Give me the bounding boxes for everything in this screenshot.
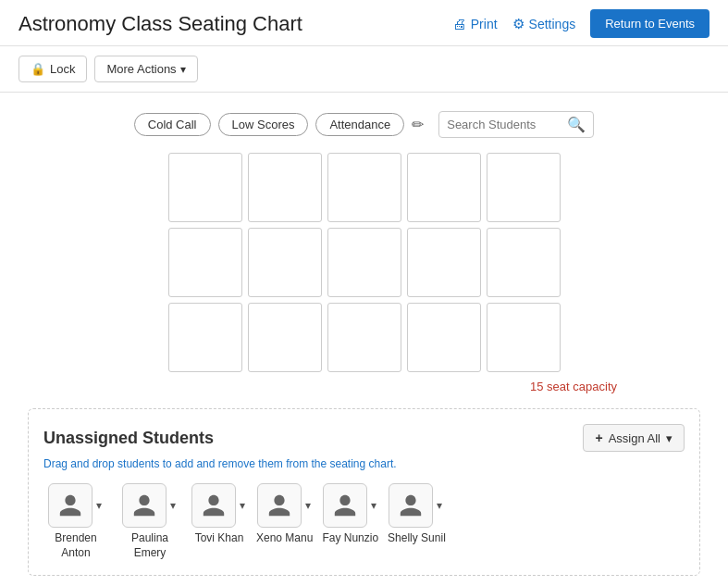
student-dropdown[interactable]: ▾ <box>94 499 104 512</box>
seat-cell[interactable] <box>168 153 242 222</box>
avatar <box>323 483 367 528</box>
student-item[interactable]: ▾Xeno Manu <box>256 483 313 546</box>
student-avatar-row: ▾ <box>191 483 247 528</box>
search-input[interactable] <box>447 118 567 131</box>
seating-grid <box>168 153 561 372</box>
seat-cell[interactable] <box>168 228 242 297</box>
seat-cell[interactable] <box>407 153 481 222</box>
avatar <box>389 483 433 528</box>
seat-cell[interactable] <box>327 228 401 297</box>
chevron-down-icon <box>180 62 186 76</box>
more-actions-label: More Actions <box>106 62 176 76</box>
filter-row: Cold Call Low Scores Attendance ✏ 🔍 <box>19 111 709 138</box>
student-avatar-row: ▾ <box>48 483 104 528</box>
unassigned-header: Unassigned Students + Assign All ▾ <box>43 424 685 452</box>
more-actions-button[interactable]: More Actions <box>94 56 197 82</box>
student-dropdown[interactable]: ▾ <box>168 499 178 512</box>
settings-link[interactable]: Settings <box>512 16 576 32</box>
capacity-label: 15 seat capacity <box>19 380 709 393</box>
seat-cell[interactable] <box>487 303 561 372</box>
seat-cell[interactable] <box>327 153 401 222</box>
seat-cell[interactable] <box>327 303 401 372</box>
student-item[interactable]: ▾Tovi Khan <box>191 483 247 546</box>
student-item[interactable]: ▾Brenden Anton <box>43 483 108 560</box>
avatar <box>257 483 302 528</box>
student-item[interactable]: ▾Fay Nunzio <box>322 483 378 546</box>
student-name: Tovi Khan <box>195 531 244 546</box>
page-title: Astronomy Class Seating Chart <box>19 12 302 36</box>
print-link[interactable]: Print <box>452 16 498 31</box>
avatar <box>122 483 167 528</box>
search-button[interactable]: 🔍 <box>567 116 586 133</box>
student-dropdown[interactable]: ▾ <box>369 499 378 512</box>
student-avatar-row: ▾ <box>323 483 378 528</box>
drag-hint: Drag and drop students to add and remove… <box>43 457 685 470</box>
student-list: ▾Brenden Anton▾Paulina Emery▾Tovi Khan▾X… <box>43 483 685 560</box>
seat-cell[interactable] <box>248 153 322 222</box>
toolbar-left: Lock More Actions <box>19 56 198 82</box>
return-to-events-button[interactable]: Return to Events <box>590 9 709 38</box>
seat-cell[interactable] <box>407 303 481 372</box>
student-avatar-row: ▾ <box>122 483 178 528</box>
assign-all-button[interactable]: + Assign All ▾ <box>583 424 685 452</box>
student-item[interactable]: ▾Shelly Sunil <box>388 483 446 546</box>
student-dropdown[interactable]: ▾ <box>303 499 313 512</box>
student-name: Brenden Anton <box>43 531 108 560</box>
settings-label: Settings <box>529 17 576 31</box>
student-dropdown[interactable]: ▾ <box>435 499 444 512</box>
seat-cell[interactable] <box>248 303 322 372</box>
student-name: Shelly Sunil <box>388 531 446 546</box>
seat-cell[interactable] <box>487 228 561 297</box>
lock-label: Lock <box>50 62 75 76</box>
avatar <box>48 483 93 528</box>
avatar <box>191 483 236 528</box>
seat-cell[interactable] <box>248 228 322 297</box>
plus-icon: + <box>595 430 602 445</box>
top-actions: Print Settings Return to Events <box>452 9 709 38</box>
student-name: Paulina Emery <box>117 531 182 560</box>
search-box: 🔍 <box>438 111 594 138</box>
student-item[interactable]: ▾Paulina Emery <box>117 483 182 560</box>
toolbar: Lock More Actions <box>0 46 728 93</box>
search-icon: 🔍 <box>567 117 586 132</box>
print-icon <box>452 16 466 31</box>
seat-cell[interactable] <box>168 303 242 372</box>
unassigned-title: Unassigned Students <box>43 429 214 448</box>
print-label: Print <box>471 17 498 31</box>
lock-icon <box>31 62 45 76</box>
attendance-filter[interactable]: Attendance <box>315 113 404 136</box>
lock-button[interactable]: Lock <box>19 56 87 82</box>
student-avatar-row: ▾ <box>389 483 444 528</box>
edit-filters-icon[interactable]: ✏ <box>412 116 424 133</box>
assign-all-label: Assign All <box>609 431 660 445</box>
gear-icon <box>512 16 524 32</box>
seating-grid-wrapper <box>19 153 709 372</box>
low-scores-filter[interactable]: Low Scores <box>218 113 309 136</box>
top-bar: Astronomy Class Seating Chart Print Sett… <box>0 0 728 46</box>
seat-cell[interactable] <box>487 153 561 222</box>
unassigned-panel: Unassigned Students + Assign All ▾ Drag … <box>28 408 700 576</box>
seat-cell[interactable] <box>407 228 481 297</box>
student-dropdown[interactable]: ▾ <box>238 499 247 512</box>
student-avatar-row: ▾ <box>257 483 313 528</box>
student-name: Fay Nunzio <box>322 531 378 546</box>
cold-call-filter[interactable]: Cold Call <box>134 113 211 136</box>
assign-all-chevron-icon: ▾ <box>666 431 672 445</box>
student-name: Xeno Manu <box>256 531 313 546</box>
main-content: Cold Call Low Scores Attendance ✏ 🔍 15 s… <box>0 93 728 586</box>
